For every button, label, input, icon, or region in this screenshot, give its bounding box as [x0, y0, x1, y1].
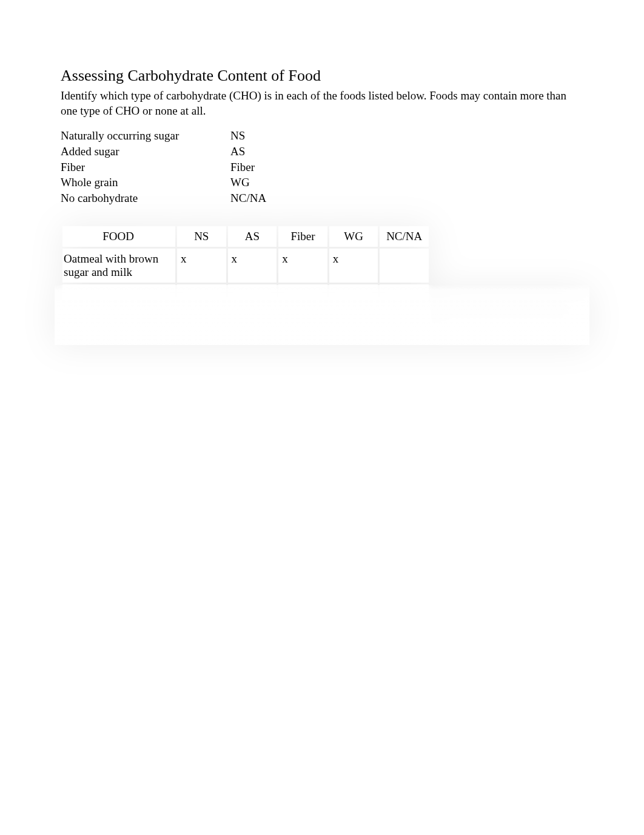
cell-wg: x: [329, 249, 378, 283]
cell-ncna: [380, 249, 429, 283]
legend-abbr: NS: [230, 128, 266, 144]
cell-ncna: [380, 293, 429, 301]
header-ns: NS: [177, 226, 226, 247]
cell-food: [62, 312, 175, 319]
cell-as: [228, 321, 277, 328]
cell-wg: [329, 321, 378, 328]
cell-food: [62, 330, 175, 337]
cell-ns: [177, 293, 226, 301]
cell-as: [228, 330, 277, 337]
cell-fiber: [278, 330, 327, 337]
cell-as: [228, 293, 277, 301]
cell-food: Oatmeal with brown sugar and milk: [62, 249, 175, 283]
table-row: [62, 303, 429, 310]
table-row: [62, 293, 429, 301]
cell-wg: [329, 312, 378, 319]
cell-ns: [177, 284, 226, 292]
cell-ncna: [380, 284, 429, 292]
cell-as: [228, 303, 277, 310]
header-wg: WG: [329, 226, 378, 247]
cell-ncna: [380, 312, 429, 319]
carbohydrate-table: FOOD NS AS Fiber WG NC/NA Oatmeal with b…: [61, 224, 431, 339]
cell-food: [62, 303, 175, 310]
header-fiber: Fiber: [278, 226, 327, 247]
cell-wg: [329, 330, 378, 337]
table-row: [62, 284, 429, 292]
legend: Naturally occurring sugar NS Added sugar…: [61, 128, 266, 206]
legend-label: Added sugar: [61, 144, 230, 159]
table-row: [62, 312, 429, 319]
legend-label: Whole grain: [61, 175, 230, 190]
table-row: [62, 330, 429, 337]
legend-label: No carbohydrate: [61, 190, 230, 206]
cell-fiber: x: [278, 249, 327, 283]
header-as: AS: [228, 226, 277, 247]
legend-label: Naturally occurring sugar: [61, 128, 230, 144]
legend-row: Naturally occurring sugar NS: [61, 128, 266, 144]
legend-row: No carbohydrate NC/NA: [61, 190, 266, 206]
legend-row: Added sugar AS: [61, 144, 266, 159]
cell-fiber: [278, 284, 327, 292]
page-title: Assessing Carbohydrate Content of Food: [61, 67, 583, 85]
legend-abbr: AS: [230, 144, 266, 159]
legend-row: Fiber Fiber: [61, 159, 266, 175]
cell-fiber: [278, 303, 327, 310]
table-wrapper: FOOD NS AS Fiber WG NC/NA Oatmeal with b…: [61, 224, 583, 339]
cell-fiber: [278, 312, 327, 319]
cell-ncna: [380, 330, 429, 337]
cell-as: [228, 284, 277, 292]
cell-food: [62, 284, 175, 292]
cell-as: [228, 312, 277, 319]
header-food: FOOD: [62, 226, 175, 247]
header-ncna: NC/NA: [380, 226, 429, 247]
table-header-row: FOOD NS AS Fiber WG NC/NA: [62, 226, 429, 247]
cell-ns: [177, 321, 226, 328]
cell-ns: x: [177, 249, 226, 283]
cell-food: [62, 293, 175, 301]
cell-ns: [177, 312, 226, 319]
legend-abbr: WG: [230, 175, 266, 190]
cell-fiber: [278, 321, 327, 328]
cell-fiber: [278, 293, 327, 301]
cell-wg: [329, 284, 378, 292]
cell-ns: [177, 303, 226, 310]
legend-label: Fiber: [61, 159, 230, 175]
cell-as: x: [228, 249, 277, 283]
cell-wg: [329, 293, 378, 301]
cell-ncna: [380, 321, 429, 328]
cell-ns: [177, 330, 226, 337]
cell-wg: [329, 303, 378, 310]
cell-ncna: [380, 303, 429, 310]
legend-abbr: Fiber: [230, 159, 266, 175]
legend-row: Whole grain WG: [61, 175, 266, 190]
instructions-text: Identify which type of carbohydrate (CHO…: [61, 89, 582, 118]
legend-abbr: NC/NA: [230, 190, 266, 206]
table-row: Oatmeal with brown sugar and milk x x x …: [62, 249, 429, 283]
cell-food: [62, 321, 175, 328]
table-row: [62, 321, 429, 328]
